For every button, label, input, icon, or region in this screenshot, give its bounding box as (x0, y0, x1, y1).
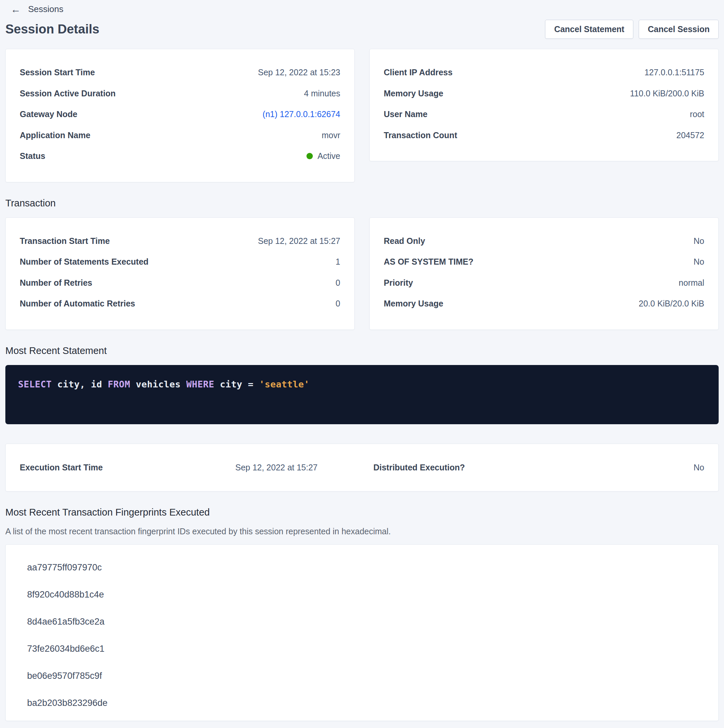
info-label: Session Start Time (20, 67, 95, 78)
info-row: User Nameroot (384, 104, 704, 125)
info-row: Prioritynormal (384, 272, 704, 294)
execution-start-time-value: Sep 12, 2022 at 15:27 (191, 463, 362, 473)
info-value: Active (306, 151, 340, 162)
info-label: Number of Automatic Retries (20, 298, 135, 309)
info-value: 0 (335, 298, 340, 309)
back-arrow-icon: ← (11, 5, 21, 14)
info-value: No (693, 256, 704, 267)
info-row: AS OF SYSTEM TIME?No (384, 251, 704, 272)
distributed-execution-value: No (533, 463, 705, 473)
info-row: Session Start TimeSep 12, 2022 at 15:23 (20, 62, 340, 83)
info-row: Read OnlyNo (384, 231, 704, 252)
fingerprint-item: 8f920c40d88b1c4e (6, 581, 718, 608)
info-label: Client IP Address (384, 67, 453, 78)
sql-token-keyword: SELECT (18, 379, 52, 389)
info-label: AS OF SYSTEM TIME? (384, 256, 473, 267)
info-row: Transaction Count204572 (384, 125, 704, 146)
status-dot-icon (306, 153, 313, 159)
fingerprints-section-title: Most Recent Transaction Fingerprints Exe… (5, 507, 719, 518)
info-value: 204572 (677, 130, 704, 141)
info-value: 0 (335, 277, 340, 288)
info-label: Session Active Duration (20, 88, 116, 99)
session-summary-row: Session Start TimeSep 12, 2022 at 15:23S… (5, 49, 719, 182)
execution-card: Execution Start Time Sep 12, 2022 at 15:… (5, 444, 719, 491)
header-actions: Cancel Statement Cancel Session (545, 20, 719, 39)
sql-token-plain: city = (214, 379, 259, 389)
transaction-section-title: Transaction (5, 198, 719, 209)
info-label: Gateway Node (20, 109, 77, 120)
info-row: Number of Automatic Retries0 (20, 293, 340, 314)
info-value: 20.0 KiB/20.0 KiB (639, 298, 704, 309)
fingerprints-card: aa79775ff097970c8f920c40d88b1c4e8d4ae61a… (5, 544, 719, 721)
transaction-card-right: Read OnlyNoAS OF SYSTEM TIME?NoPriorityn… (369, 217, 719, 330)
info-row: Memory Usage20.0 KiB/20.0 KiB (384, 293, 704, 314)
fingerprints-description: A list of the most recent transaction fi… (5, 527, 719, 536)
info-label: Status (20, 151, 45, 162)
info-label: Read Only (384, 236, 425, 246)
gateway-node-link[interactable]: (n1) 127.0.0.1:62674 (263, 109, 340, 120)
transaction-row: Transaction Start TimeSep 12, 2022 at 15… (5, 217, 719, 330)
fingerprint-item: 8d4ae61a5fb3ce2a (6, 608, 718, 635)
page-header: Session Details Cancel Statement Cancel … (5, 20, 719, 39)
info-row: Client IP Address127.0.0.1:51175 (384, 62, 704, 83)
info-label: Transaction Count (384, 130, 457, 141)
sql-statement-box: SELECT city, id FROM vehicles WHERE city… (5, 365, 719, 424)
sql-token-plain: vehicles (130, 379, 186, 389)
info-value: movr (321, 130, 340, 141)
fingerprint-item: ba2b203b823296de (6, 690, 718, 717)
info-row: Gateway Node(n1) 127.0.0.1:62674 (20, 104, 340, 125)
sql-token-string: 'seattle' (259, 379, 310, 389)
info-label: Transaction Start Time (20, 236, 110, 246)
info-value: normal (679, 277, 704, 288)
info-label: User Name (384, 109, 427, 120)
info-label: Priority (384, 277, 413, 288)
info-label: Number of Statements Executed (20, 256, 148, 267)
page-title: Session Details (5, 22, 99, 37)
sql-token-keyword: WHERE (186, 379, 214, 389)
info-value: 110.0 KiB/200.0 KiB (630, 88, 704, 99)
session-details-card-right: Client IP Address127.0.0.1:51175Memory U… (369, 49, 719, 161)
info-value: 1 (335, 256, 340, 267)
fingerprint-item: 73fe26034bd6e6c1 (6, 635, 718, 662)
info-value: 4 minutes (304, 88, 340, 99)
info-row: Memory Usage110.0 KiB/200.0 KiB (384, 83, 704, 104)
info-label: Number of Retries (20, 277, 92, 288)
info-row: Number of Retries0 (20, 272, 340, 294)
sql-token-keyword: FROM (108, 379, 130, 389)
info-value: 127.0.0.1:51175 (644, 67, 704, 78)
fingerprint-item: be06e9570f785c9f (6, 662, 718, 690)
info-label: Memory Usage (384, 298, 443, 309)
sql-token-plain: city, id (52, 379, 108, 389)
back-to-sessions-link[interactable]: ← Sessions (11, 4, 64, 14)
distributed-execution-label: Distributed Execution? (362, 463, 533, 473)
info-row: Application Namemovr (20, 125, 340, 146)
info-value: No (693, 236, 704, 246)
fingerprints-list: aa79775ff097970c8f920c40d88b1c4e8d4ae61a… (6, 554, 718, 717)
info-row: Session Active Duration4 minutes (20, 83, 340, 104)
fingerprint-item: aa79775ff097970c (6, 554, 718, 581)
cancel-session-button[interactable]: Cancel Session (639, 20, 719, 39)
info-label: Memory Usage (384, 88, 443, 99)
session-details-card-left: Session Start TimeSep 12, 2022 at 15:23S… (5, 49, 355, 182)
info-row: StatusActive (20, 145, 340, 167)
info-row: Transaction Start TimeSep 12, 2022 at 15… (20, 231, 340, 252)
session-details-page: ← Sessions Session Details Cancel Statem… (0, 0, 724, 728)
info-value: root (690, 109, 704, 120)
cancel-statement-button[interactable]: Cancel Statement (545, 20, 633, 39)
statement-section-title: Most Recent Statement (5, 345, 719, 356)
transaction-card-left: Transaction Start TimeSep 12, 2022 at 15… (5, 217, 355, 330)
execution-start-time-label: Execution Start Time (20, 463, 191, 473)
info-label: Application Name (20, 130, 90, 141)
info-row: Number of Statements Executed1 (20, 251, 340, 272)
info-value: Sep 12, 2022 at 15:27 (258, 236, 340, 246)
back-link-label: Sessions (28, 4, 64, 14)
back-navigation: ← Sessions (5, 2, 719, 14)
info-value: Sep 12, 2022 at 15:23 (258, 67, 340, 78)
